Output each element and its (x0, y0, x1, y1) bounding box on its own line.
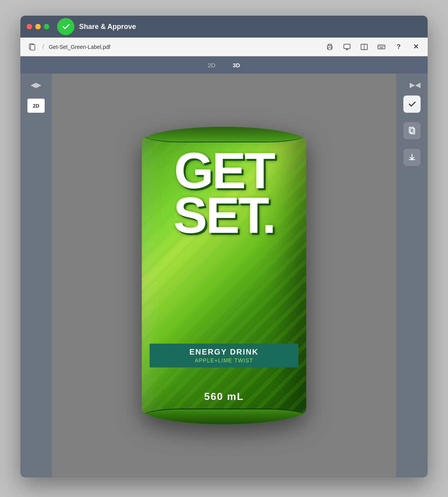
print-icon[interactable] (324, 41, 335, 52)
flavor-label: APPLE+LIME TWIST (154, 357, 294, 364)
app-icon (57, 18, 74, 35)
product-can: GET SET. ENERGY DRINK APPLE+LIME TWIST 5… (142, 127, 306, 424)
monitor-icon[interactable] (341, 41, 352, 52)
view-toggle-bar: 2D 3D (20, 56, 428, 74)
title-bar: Share & Approve (20, 16, 428, 38)
svg-rect-3 (328, 48, 331, 50)
file-toolbar: / Get-Set_Green-Label.pdf (20, 38, 428, 56)
keyboard-icon[interactable] (376, 41, 387, 52)
file-name: Get-Set_Green-Label.pdf (49, 44, 321, 50)
svg-rect-8 (378, 45, 385, 49)
svg-rect-16 (410, 128, 415, 134)
application-window: Share & Approve / Get-Set_Green-Label.pd… (20, 16, 428, 477)
fullscreen-window-button[interactable] (44, 24, 49, 29)
volume-label: 560 mL (142, 391, 306, 403)
canvas-area: GET SET. ENERGY DRINK APPLE+LIME TWIST 5… (52, 74, 396, 477)
right-sidebar: ▶◀ (396, 74, 428, 477)
svg-rect-1 (31, 45, 35, 50)
left-collapse-button[interactable]: ◀▶ (27, 77, 45, 92)
svg-rect-5 (344, 44, 350, 49)
svg-point-4 (331, 47, 332, 47)
main-content: ◀▶ 2D GET SET. EN (20, 74, 428, 477)
app-title: Share & Approve (79, 23, 136, 31)
toolbar-actions: ? ✕ (324, 41, 421, 52)
document-view-button[interactable] (403, 122, 421, 139)
traffic-lights (27, 24, 49, 29)
close-file-icon[interactable]: ✕ (410, 41, 421, 52)
category-label: ENERGY DRINK (154, 348, 294, 357)
view-2d-badge[interactable]: 2D (27, 99, 45, 113)
view-2d-button[interactable]: 2D (203, 60, 220, 70)
energy-drink-band: ENERGY DRINK APPLE+LIME TWIST (150, 344, 298, 367)
brand-line1: GET (174, 148, 274, 193)
download-button[interactable] (403, 149, 421, 166)
document-icon[interactable] (27, 41, 38, 52)
brand-line2: SET. (173, 193, 275, 238)
panel-icon[interactable] (359, 41, 370, 52)
left-sidebar: ◀▶ 2D (20, 74, 52, 477)
close-window-button[interactable] (27, 24, 32, 29)
breadcrumb-separator: / (42, 43, 44, 50)
minimize-window-button[interactable] (35, 24, 41, 29)
view-3d-button[interactable]: 3D (228, 60, 245, 70)
approve-checkmark-button[interactable] (403, 95, 421, 113)
help-icon[interactable]: ? (393, 41, 404, 52)
right-collapse-button[interactable]: ▶◀ (406, 77, 424, 92)
